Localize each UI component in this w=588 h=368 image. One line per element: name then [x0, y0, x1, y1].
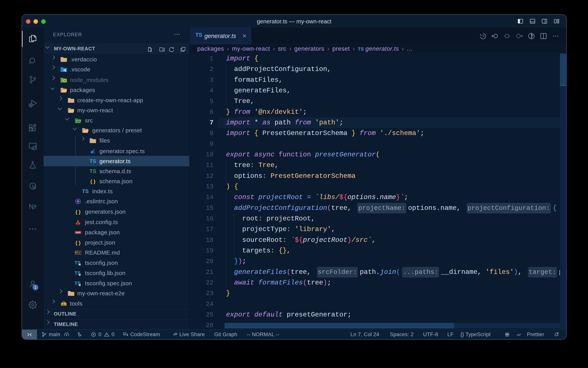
svg-text:TS: TS [82, 188, 89, 194]
svg-text:{ }: { } [76, 209, 81, 214]
svg-text:TS: TS [90, 168, 96, 174]
svg-text:JS: JS [63, 80, 66, 82]
svg-text:TS: TS [91, 151, 95, 154]
svg-text:TS: TS [90, 158, 96, 164]
svg-text:{ }: { } [76, 240, 81, 245]
svg-text:</>: </> [77, 120, 80, 123]
svg-text:npm: npm [76, 231, 80, 234]
svg-text:{ }: { } [90, 179, 96, 184]
